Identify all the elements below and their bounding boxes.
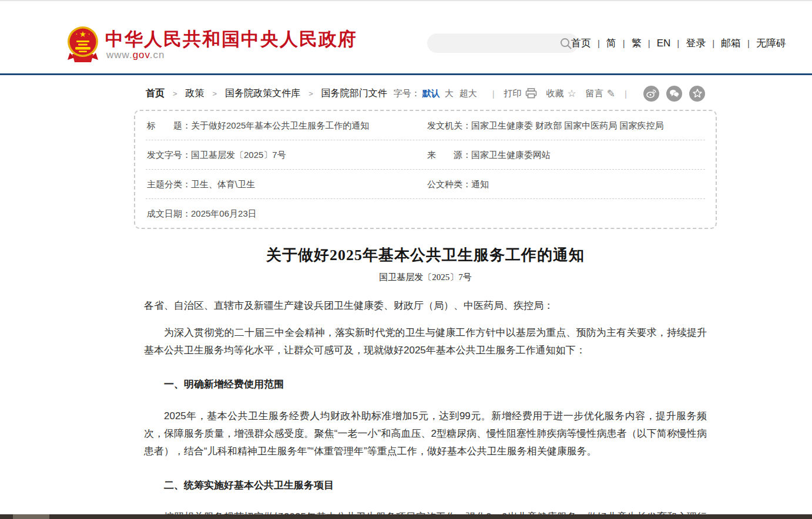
meta-value: 关于做好2025年基本公共卫生服务工作的通知 bbox=[191, 120, 369, 130]
search-input[interactable] bbox=[427, 38, 560, 48]
meta-doc-type-cell: 公文种类：通知 bbox=[426, 178, 705, 190]
meta-value: 2025年06月23日 bbox=[191, 208, 257, 218]
section-heading-2: 二、统筹实施好基本公共卫生服务项目 bbox=[144, 477, 707, 494]
nav-home[interactable]: 首页 bbox=[570, 36, 592, 50]
meta-row: 标 题：关于做好2025年基本公共卫生服务工作的通知 发文机关：国家卫生健康委 … bbox=[146, 111, 705, 140]
meta-value: 国家卫生健康委 财政部 国家中医药局 国家疾控局 bbox=[471, 120, 664, 130]
section-heading-1: 一、明确新增经费使用范围 bbox=[144, 376, 707, 393]
horizontal-scrollbar[interactable] bbox=[0, 514, 812, 519]
document-meta-table: 标 题：关于做好2025年基本公共卫生服务工作的通知 发文机关：国家卫生健康委 … bbox=[134, 110, 717, 229]
breadcrumb-toolbar-row: 首页 > 政策 > 国务院政策文件库 > 国务院部门文件 字号： 默认 大 超大… bbox=[134, 85, 717, 102]
nav-separator: | bbox=[712, 38, 714, 48]
font-size-label: 字号： bbox=[394, 88, 420, 99]
national-emblem-logo[interactable] bbox=[66, 26, 99, 63]
favorite-button[interactable]: 收藏 ☆ bbox=[546, 87, 576, 100]
meta-label: 来 源： bbox=[427, 150, 471, 160]
nav-separator: | bbox=[623, 38, 625, 48]
site-title[interactable]: 中华人民共和国中央人民政府 bbox=[105, 27, 357, 52]
wechat-icon bbox=[669, 89, 679, 97]
nav-login[interactable]: 登录 bbox=[685, 36, 707, 50]
meta-label: 发文机关： bbox=[427, 120, 471, 130]
comment-label: 留言 bbox=[586, 88, 603, 99]
scrollbar-thumb[interactable] bbox=[13, 514, 49, 519]
meta-value: 国家卫生健康委网站 bbox=[471, 150, 551, 160]
meta-value: 国卫基层发〔2025〕7号 bbox=[191, 150, 286, 160]
search-box bbox=[427, 33, 579, 53]
share-wechat-button[interactable] bbox=[666, 86, 682, 102]
breadcrumb-policy-library[interactable]: 国务院政策文件库 bbox=[225, 87, 300, 100]
font-size-xlarge-button[interactable]: 超大 bbox=[459, 88, 477, 99]
star-badge-icon bbox=[693, 89, 702, 98]
meta-label: 公文种类： bbox=[427, 179, 471, 189]
article: 关于做好2025年基本公共卫生服务工作的通知 国卫基层发〔2025〕7号 各省、… bbox=[144, 245, 707, 519]
meta-issuing-agency-cell: 发文机关：国家卫生健康委 财政部 国家中医药局 国家疾控局 bbox=[426, 120, 705, 132]
top-nav: 首页 | 简 | 繁 | EN | 登录 | 邮箱 | 无障碍 bbox=[570, 36, 787, 50]
print-label: 打印 bbox=[504, 88, 522, 99]
meta-row: 发文字号：国卫基层发〔2025〕7号 来 源：国家卫生健康委网站 bbox=[146, 140, 705, 170]
weibo-icon bbox=[646, 89, 656, 98]
meta-label: 发文字号： bbox=[147, 150, 191, 160]
breadcrumb-home[interactable]: 首页 bbox=[146, 87, 165, 100]
font-size-default-button[interactable]: 默认 bbox=[422, 88, 440, 99]
article-body: 各省、自治区、直辖市及新疆生产建设兵团卫生健康委、财政厅（局）、中医药局、疾控局… bbox=[144, 297, 707, 519]
main-content: 首页 > 政策 > 国务院政策文件库 > 国务院部门文件 字号： 默认 大 超大… bbox=[134, 85, 717, 519]
meta-value: 通知 bbox=[471, 179, 489, 189]
nav-traditional[interactable]: 繁 bbox=[630, 36, 643, 50]
meta-label: 主题分类： bbox=[147, 179, 191, 189]
breadcrumb: 首页 > 政策 > 国务院政策文件库 > 国务院部门文件 bbox=[146, 87, 387, 100]
comment-button[interactable]: 留言 ✎ bbox=[586, 87, 615, 100]
nav-separator: | bbox=[677, 38, 679, 48]
article-doc-number: 国卫基层发〔2025〕7号 bbox=[144, 272, 707, 283]
breadcrumb-separator: > bbox=[308, 89, 313, 98]
meta-doc-number-cell: 发文字号：国卫基层发〔2025〕7号 bbox=[146, 149, 426, 161]
meta-value: 卫生、体育\卫生 bbox=[191, 179, 255, 189]
pencil-icon: ✎ bbox=[607, 87, 615, 100]
nav-english[interactable]: EN bbox=[656, 38, 672, 49]
paragraph-salutation: 各省、自治区、直辖市及新疆生产建设兵团卫生健康委、财政厅（局）、中医药局、疾控局… bbox=[144, 297, 707, 315]
share-qzone-button[interactable] bbox=[689, 86, 705, 102]
meta-label: 成文日期： bbox=[147, 208, 191, 218]
url-gov: gov bbox=[133, 49, 150, 60]
document-toolbar: 字号： 默认 大 超大 | 打印 收藏 ☆ 留言 ✎ | bbox=[394, 86, 705, 102]
article-title: 关于做好2025年基本公共卫生服务工作的通知 bbox=[144, 245, 707, 265]
site-url: www.gov.cn bbox=[106, 49, 165, 61]
breadcrumb-separator: > bbox=[173, 89, 177, 98]
nav-simplified[interactable]: 简 bbox=[605, 36, 618, 50]
paragraph-section-1: 2025年，基本公共卫生服务经费人均财政补助标准增加5元，达到99元。新增经费用… bbox=[144, 407, 707, 460]
share-weibo-button[interactable] bbox=[643, 86, 659, 102]
toolbar-separator: | bbox=[492, 89, 495, 99]
nav-separator: | bbox=[648, 38, 650, 48]
meta-source-cell: 来 源：国家卫生健康委网站 bbox=[426, 149, 705, 161]
toolbar-separator: | bbox=[625, 89, 627, 99]
breadcrumb-separator: > bbox=[213, 89, 217, 98]
nav-separator: | bbox=[747, 38, 750, 48]
font-size-large-button[interactable]: 大 bbox=[445, 88, 454, 99]
breadcrumb-department-docs[interactable]: 国务院部门文件 bbox=[321, 87, 387, 100]
breadcrumb-policy[interactable]: 政策 bbox=[186, 87, 204, 100]
site-header: 中华人民共和国中央人民政府 www.gov.cn 首页 | 简 | 繁 | EN… bbox=[0, 1, 812, 73]
meta-topic-category-cell: 主题分类：卫生、体育\卫生 bbox=[146, 178, 426, 190]
favorite-label: 收藏 bbox=[546, 88, 564, 99]
nav-accessibility[interactable]: 无障碍 bbox=[755, 36, 787, 50]
header-divider bbox=[0, 73, 812, 75]
meta-date-cell: 成文日期：2025年06月23日 bbox=[146, 208, 426, 220]
paragraph-intro: 为深入贯彻党的二十届三中全会精神，落实新时代党的卫生与健康工作方针中以基层为重点… bbox=[144, 324, 707, 359]
nav-mail[interactable]: 邮箱 bbox=[720, 36, 742, 50]
url-www: www. bbox=[106, 49, 133, 60]
nav-separator: | bbox=[598, 38, 600, 48]
printer-icon bbox=[525, 88, 537, 99]
star-icon: ☆ bbox=[568, 87, 576, 100]
meta-row: 成文日期：2025年06月23日 bbox=[146, 199, 705, 228]
meta-row: 主题分类：卫生、体育\卫生 公文种类：通知 bbox=[146, 170, 705, 199]
meta-title-cell: 标 题：关于做好2025年基本公共卫生服务工作的通知 bbox=[146, 120, 426, 132]
meta-label: 标 题： bbox=[147, 120, 191, 130]
url-cn: .cn bbox=[150, 49, 165, 60]
print-button[interactable]: 打印 bbox=[504, 88, 537, 99]
